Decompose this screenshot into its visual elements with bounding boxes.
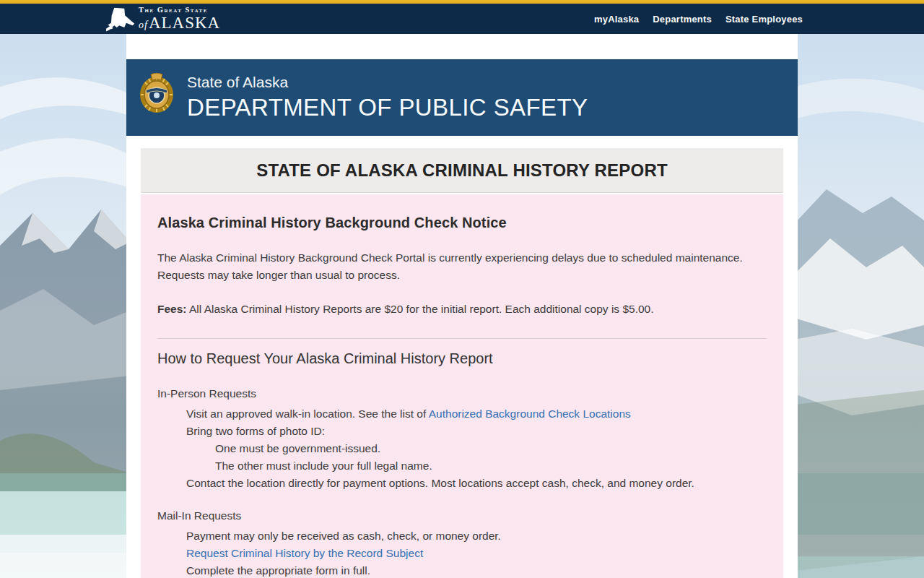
public-safety-badge-icon xyxy=(139,73,175,113)
request-by-record-subject-link[interactable]: Request Criminal History by the Record S… xyxy=(186,547,423,559)
agency-name: State of Alaska xyxy=(187,74,588,91)
fees-text: All Alaska Criminal History Reports are … xyxy=(187,303,654,315)
department-name: DEPARTMENT OF PUBLIC SAFETY xyxy=(187,94,588,121)
header-spacer xyxy=(126,34,798,59)
list-item: The other must include your full legal n… xyxy=(215,457,767,475)
main-content: STATE OF ALASKA CRIMINAL HISTORY REPORT … xyxy=(126,136,798,578)
notice-heading: Alaska Criminal History Background Check… xyxy=(157,215,767,231)
statewide-navbar: The Great State ofALASKA myAlaska Depart… xyxy=(0,4,924,34)
list-item: One must be government-issued. xyxy=(215,440,767,457)
notice-paragraph: The Alaska Criminal History Background C… xyxy=(157,249,767,284)
logo-tagline: The Great State xyxy=(139,7,220,14)
photo-id-sublist: One must be government-issued. The other… xyxy=(186,440,767,475)
list-item: Contact the location directly for paymen… xyxy=(186,475,767,492)
logo-alaska: ofALASKA xyxy=(139,14,220,31)
list-item: Payment may only be received as cash, ch… xyxy=(186,527,767,545)
list-item: Complete the appropriate form in full. xyxy=(186,562,767,578)
page-title-bar: STATE OF ALASKA CRIMINAL HISTORY REPORT xyxy=(141,148,783,193)
list-item: Bring two forms of photo ID: One must be… xyxy=(186,423,767,475)
fees-label: Fees: xyxy=(157,303,187,315)
list-item: Request Criminal History by the Record S… xyxy=(186,545,767,562)
statewide-nav-links: myAlaska Departments State Employees xyxy=(594,14,803,25)
page-column: State of Alaska DEPARTMENT OF PUBLIC SAF… xyxy=(126,34,798,578)
state-of-alaska-logo[interactable]: The Great State ofALASKA xyxy=(105,7,220,32)
department-titles: State of Alaska DEPARTMENT OF PUBLIC SAF… xyxy=(187,74,588,121)
list-item: Visit an approved walk-in location. See … xyxy=(186,405,767,423)
department-banner: State of Alaska DEPARTMENT OF PUBLIC SAF… xyxy=(126,59,798,136)
mail-in-label: Mail-In Requests xyxy=(157,509,767,522)
alaska-state-silhouette-icon xyxy=(105,7,136,33)
mail-in-list: Payment may only be received as cash, ch… xyxy=(157,527,767,578)
logo-wordmark: The Great State ofALASKA xyxy=(139,7,220,32)
nav-state-employees[interactable]: State Employees xyxy=(725,14,803,25)
in-person-list: Visit an approved walk-in location. See … xyxy=(157,405,767,492)
page-title: STATE OF ALASKA CRIMINAL HISTORY REPORT xyxy=(256,160,668,181)
nav-departments[interactable]: Departments xyxy=(653,14,712,25)
nav-myalaska[interactable]: myAlaska xyxy=(594,14,639,25)
how-to-heading: How to Request Your Alaska Criminal Hist… xyxy=(157,350,767,367)
in-person-label: In-Person Requests xyxy=(157,387,767,400)
section-divider xyxy=(157,338,767,339)
authorized-locations-link[interactable]: Authorized Background Check Locations xyxy=(429,407,631,420)
list-item-text: Bring two forms of photo ID: xyxy=(186,425,325,437)
list-item-text: Visit an approved walk-in location. See … xyxy=(186,407,429,420)
notice-panel: Alaska Criminal History Background Check… xyxy=(141,194,783,578)
fees-line: Fees: All Alaska Criminal History Report… xyxy=(157,301,767,318)
